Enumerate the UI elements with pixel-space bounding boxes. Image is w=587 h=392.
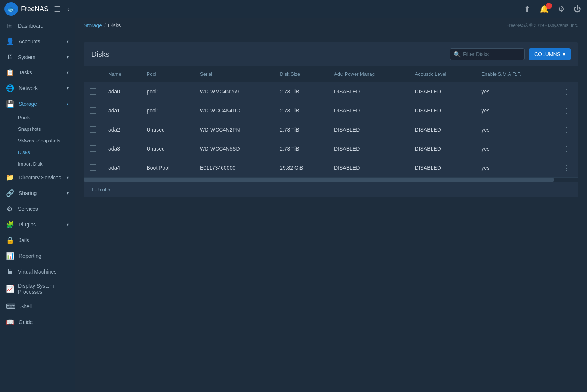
- sidebar-item-plugins[interactable]: 🧩 Plugins ▾: [0, 217, 75, 232]
- row-checkbox-cell[interactable]: [84, 120, 102, 139]
- sidebar-item-label: Jails: [19, 237, 29, 243]
- row-actions-cell[interactable]: ⋮: [555, 120, 578, 139]
- cell-adv-power: DISABLED: [328, 120, 409, 139]
- sidebar-item-accounts[interactable]: 👤 Accounts ▾: [0, 34, 75, 49]
- row-checkbox[interactable]: [90, 164, 96, 171]
- jails-icon: 🔒: [6, 236, 14, 244]
- sidebar-item-disks[interactable]: Disks: [0, 146, 75, 158]
- table-wrap: Name Pool Serial Disk Size Adv. Power Ma…: [84, 66, 578, 178]
- sidebar-item-tasks[interactable]: 📋 Tasks ▾: [0, 65, 75, 80]
- row-menu-button[interactable]: ⋮: [561, 106, 572, 115]
- cell-smart: yes: [476, 120, 555, 139]
- sidebar-item-storage[interactable]: 💾 Storage ▴: [0, 96, 75, 112]
- table-header-row: Name Pool Serial Disk Size Adv. Power Ma…: [84, 66, 578, 82]
- back-icon[interactable]: ‹: [66, 3, 71, 15]
- select-all-header[interactable]: [84, 66, 102, 82]
- sidebar-item-label: Plugins: [19, 222, 36, 228]
- row-menu-button[interactable]: ⋮: [561, 87, 572, 96]
- sidebar-item-dashboard[interactable]: ⊞ Dashboard: [0, 18, 75, 34]
- svg-text:🐟: 🐟: [7, 5, 16, 13]
- row-checkbox[interactable]: [90, 126, 96, 133]
- cell-disk-size: 2.73 TiB: [274, 82, 328, 101]
- col-actions: [555, 66, 578, 82]
- col-acoustic[interactable]: Acoustic Level: [409, 66, 476, 82]
- col-smart[interactable]: Enable S.M.A.R.T.: [476, 66, 555, 82]
- cell-smart: yes: [476, 101, 555, 120]
- breadcrumb-current: Disks: [108, 22, 121, 28]
- sub-item-label: Disks: [18, 149, 30, 155]
- col-pool[interactable]: Pool: [140, 66, 194, 82]
- sidebar-item-reporting[interactable]: 📊 Reporting: [0, 248, 75, 264]
- cell-acoustic: DISABLED: [409, 139, 476, 158]
- breadcrumb-parent[interactable]: Storage: [84, 22, 102, 28]
- search-icon: 🔍: [454, 51, 461, 58]
- row-menu-button[interactable]: ⋮: [561, 125, 572, 135]
- row-checkbox[interactable]: [90, 88, 96, 95]
- directory-icon: 📁: [6, 173, 14, 182]
- table-scrollbar-thumb: [84, 178, 554, 182]
- sidebar-item-virtual-machines[interactable]: 🖥 Virtual Machines: [0, 264, 75, 279]
- row-actions-cell[interactable]: ⋮: [555, 158, 578, 178]
- sidebar-item-shell[interactable]: ⌨ Shell: [0, 299, 75, 314]
- chevron-down-icon: ▾: [67, 222, 69, 227]
- sidebar-item-display-system-processes[interactable]: 📈 Display System Processes: [0, 279, 75, 299]
- filter-input[interactable]: [450, 48, 525, 60]
- row-actions-cell[interactable]: ⋮: [555, 82, 578, 101]
- storage-icon: 💾: [6, 100, 14, 108]
- sidebar-item-label: Tasks: [19, 70, 32, 75]
- topbar: 🐟 FreeNAS ☰ ‹ ⬆ 🔔 1 ⚙ ⏻: [0, 0, 587, 18]
- row-checkbox-cell[interactable]: [84, 82, 102, 101]
- row-checkbox-cell[interactable]: [84, 139, 102, 158]
- sidebar-item-system[interactable]: 🖥 System ▾: [0, 49, 75, 65]
- row-menu-button[interactable]: ⋮: [561, 144, 572, 154]
- sidebar-item-import-disk[interactable]: Import Disk: [0, 158, 75, 170]
- row-actions-cell[interactable]: ⋮: [555, 139, 578, 158]
- col-serial[interactable]: Serial: [194, 66, 274, 82]
- sidebar-item-snapshots[interactable]: Snapshots: [0, 123, 75, 135]
- row-menu-button[interactable]: ⋮: [561, 163, 572, 173]
- sidebar-item-sharing[interactable]: 🔗 Sharing ▾: [0, 185, 75, 201]
- sidebar-item-jails[interactable]: 🔒 Jails: [0, 232, 75, 248]
- settings-icon[interactable]: ⚙: [556, 3, 566, 15]
- sidebar-item-label: Accounts: [19, 38, 40, 44]
- row-checkbox[interactable]: [90, 107, 96, 114]
- row-checkbox-cell[interactable]: [84, 101, 102, 120]
- hamburger-icon[interactable]: ☰: [52, 3, 62, 15]
- col-adv-power[interactable]: Adv. Power Manag: [328, 66, 409, 82]
- notifications-wrap[interactable]: 🔔 1: [538, 4, 550, 13]
- cell-name: ada1: [102, 101, 140, 120]
- sidebar-item-label: System: [18, 54, 35, 60]
- cell-acoustic: DISABLED: [409, 101, 476, 120]
- cell-pool: Unused: [140, 139, 194, 158]
- col-disk-size[interactable]: Disk Size: [274, 66, 328, 82]
- row-actions-cell[interactable]: ⋮: [555, 101, 578, 120]
- chevron-down-icon: ▾: [67, 70, 69, 75]
- upload-icon[interactable]: ⬆: [523, 3, 532, 15]
- sub-item-label: VMware-Snapshots: [18, 138, 60, 143]
- shell-icon: ⌨: [6, 302, 16, 311]
- table-scrollbar[interactable]: [84, 178, 578, 182]
- notification-badge: 1: [546, 3, 552, 9]
- sidebar-item-label: Directory Services: [19, 175, 61, 180]
- sidebar-item-vmware-snapshots[interactable]: VMware-Snapshots: [0, 135, 75, 146]
- table-row: ada1 pool1 WD-WCC4N4DC 2.73 TiB DISABLED…: [84, 101, 578, 120]
- cell-name: ada4: [102, 158, 140, 178]
- row-checkbox-cell[interactable]: [84, 158, 102, 178]
- col-name[interactable]: Name: [102, 66, 140, 82]
- sidebar-item-directory-services[interactable]: 📁 Directory Services ▾: [0, 170, 75, 185]
- columns-button[interactable]: COLUMNS ▾: [529, 48, 571, 60]
- sidebar-item-services[interactable]: ⚙ Services: [0, 201, 75, 217]
- cell-serial: WD-WCC4N2PN: [194, 120, 274, 139]
- select-all-checkbox[interactable]: [90, 71, 96, 77]
- cell-name: ada2: [102, 120, 140, 139]
- app-body: ⊞ Dashboard 👤 Accounts ▾ 🖥 System ▾ 📋 Ta…: [0, 18, 587, 392]
- cell-name: ada3: [102, 139, 140, 158]
- row-checkbox[interactable]: [90, 145, 96, 152]
- sidebar-item-pools[interactable]: Pools: [0, 112, 75, 123]
- breadcrumb: Storage / Disks: [84, 22, 121, 28]
- cell-disk-size: 2.73 TiB: [274, 101, 328, 120]
- sidebar-item-network[interactable]: 🌐 Network ▾: [0, 80, 75, 96]
- power-icon[interactable]: ⏻: [572, 3, 583, 15]
- breadcrumb-separator: /: [104, 22, 106, 28]
- sidebar-item-guide[interactable]: 📖 Guide: [0, 314, 75, 330]
